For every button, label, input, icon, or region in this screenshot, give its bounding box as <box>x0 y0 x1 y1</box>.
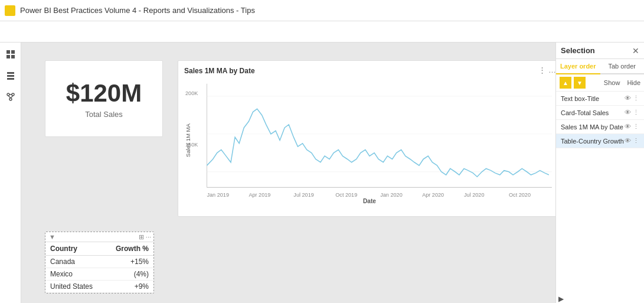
layer-name: Card-Total Sales <box>561 109 625 116</box>
layer-item-icons: 👁 ⋮ <box>625 137 639 145</box>
layer-visibility-icon[interactable]: 👁 <box>625 137 631 145</box>
svg-text:Oct 2019: Oct 2019 <box>335 192 357 198</box>
svg-line-11 <box>8 96 11 98</box>
svg-text:Jul 2020: Jul 2020 <box>464 192 484 198</box>
canvas-area: $120M Total Sales Sales 1M MA by Date ⋮ … <box>21 43 555 303</box>
table-row: Canada+15% <box>45 256 153 268</box>
card-total-sales: $120M Total Sales <box>45 60 163 137</box>
layer-name: Table-Country Growth <box>561 138 625 145</box>
line-chart-svg: 200K 150K Jan 2019 Apr 2019 Jul 2019 Oct… <box>184 77 555 203</box>
layer-name: Sales 1M MA by Date <box>561 123 625 131</box>
svg-rect-4 <box>7 72 14 74</box>
svg-rect-3 <box>11 55 15 58</box>
cursor-pointer-icon: ▶ <box>558 295 644 303</box>
col-header-country: Country <box>45 242 105 256</box>
powerbi-logo <box>5 5 15 16</box>
svg-line-12 <box>11 96 13 98</box>
chart-title: Sales 1M MA by Date <box>184 67 555 75</box>
svg-rect-1 <box>11 50 15 54</box>
svg-text:200K: 200K <box>185 90 198 96</box>
table-row: Mexico(4%) <box>45 268 153 281</box>
selection-controls: ▲ ▼ Show Hide <box>556 74 644 92</box>
icon-strip-report[interactable] <box>4 47 18 61</box>
selection-header: Selection ✕ <box>556 43 644 59</box>
svg-text:Jan 2019: Jan 2019 <box>207 192 228 198</box>
svg-point-8 <box>12 93 14 96</box>
layer-visibility-icon[interactable]: 👁 <box>625 109 631 116</box>
selection-panel: Selection ✕ Layer order Tab order ▲ ▼ Sh… <box>555 43 644 303</box>
move-up-button[interactable]: ▲ <box>560 77 571 89</box>
col-header-growth: Growth % <box>105 242 153 256</box>
page-title: Power BI Best Practices Volume 4 - Repor… <box>20 6 255 15</box>
toolbar <box>0 21 644 43</box>
icon-strip <box>0 43 21 303</box>
table-icon-filter[interactable]: ⊞ <box>139 233 144 241</box>
chart-icons: ⋮ … <box>538 66 555 74</box>
table-filter-icon: ▼ <box>49 233 55 240</box>
card-label: Total Sales <box>85 110 123 119</box>
svg-point-9 <box>9 98 12 100</box>
show-hide-labels: Show Hide <box>604 79 640 86</box>
layer-item-icons: 👁 ⋮ <box>625 109 639 116</box>
layer-list: Text box-Title 👁 ⋮ Card-Total Sales 👁 ⋮ … <box>556 92 644 292</box>
svg-text:Oct 2020: Oct 2020 <box>509 192 531 198</box>
layer-item[interactable]: Card-Total Sales 👁 ⋮ <box>556 106 644 120</box>
svg-text:Date: Date <box>363 198 376 203</box>
selection-close-button[interactable]: ✕ <box>632 47 639 55</box>
table-icon-more[interactable]: ··· <box>146 233 151 241</box>
svg-rect-2 <box>6 55 10 58</box>
tab-tab-order[interactable]: Tab order <box>600 59 645 74</box>
table-action-icons: ⊞ ··· <box>139 233 151 241</box>
table-header-row: ▼ ⊞ ··· <box>45 232 153 242</box>
chart-inner: 200K 150K Jan 2019 Apr 2019 Jul 2019 Oct… <box>184 77 555 203</box>
svg-rect-5 <box>7 75 14 77</box>
table-cell-growth: (4%) <box>105 268 153 281</box>
layer-visibility-icon[interactable]: 👁 <box>625 123 631 131</box>
layer-item[interactable]: Table-Country Growth 👁 ⋮ <box>556 134 644 148</box>
table-country-growth: ▼ ⊞ ··· Country Growth % Canada+15%Mexic… <box>45 232 154 294</box>
layer-more-icon[interactable]: ⋮ <box>633 137 639 145</box>
tab-layer-order[interactable]: Layer order <box>556 59 600 74</box>
hide-label: Hide <box>627 79 640 86</box>
svg-rect-0 <box>6 50 10 54</box>
icon-strip-data[interactable] <box>4 69 18 83</box>
selection-panel-title: Selection <box>561 46 595 55</box>
layer-item-icons: 👁 ⋮ <box>625 123 639 131</box>
svg-point-7 <box>7 93 9 96</box>
layer-item[interactable]: Sales 1M MA by Date 👁 ⋮ <box>556 120 644 134</box>
svg-text:Jan 2020: Jan 2020 <box>380 192 402 198</box>
svg-text:Jul 2019: Jul 2019 <box>293 192 313 198</box>
table-row: United States+9% <box>45 281 153 293</box>
show-label: Show <box>604 79 620 86</box>
layer-item-icons: 👁 ⋮ <box>625 95 639 102</box>
chart-icon-ellipsis[interactable]: ⋮ <box>538 66 546 74</box>
card-value: $120M <box>66 79 142 107</box>
country-growth-table: Country Growth % Canada+15%Mexico(4%)Uni… <box>45 242 153 293</box>
table-cell-country: United States <box>45 281 105 293</box>
layer-more-icon[interactable]: ⋮ <box>633 95 639 102</box>
layer-name: Text box-Title <box>561 95 625 102</box>
layer-more-icon[interactable]: ⋮ <box>633 123 639 131</box>
table-cell-country: Canada <box>45 256 105 268</box>
svg-text:Apr 2020: Apr 2020 <box>422 192 444 198</box>
title-bar: Power BI Best Practices Volume 4 - Repor… <box>0 0 644 21</box>
layer-more-icon[interactable]: ⋮ <box>633 109 639 116</box>
svg-text:Apr 2019: Apr 2019 <box>249 192 270 198</box>
chart-sales-ma: Sales 1M MA by Date ⋮ … 200K 150K Jan 20… <box>178 60 555 217</box>
table-cell-country: Mexico <box>45 268 105 281</box>
selection-tabs: Layer order Tab order <box>556 59 644 74</box>
svg-text:Sales 1M MA: Sales 1M MA <box>185 123 191 157</box>
main-area: $120M Total Sales Sales 1M MA by Date ⋮ … <box>0 43 644 303</box>
layer-visibility-icon[interactable]: 👁 <box>625 95 631 102</box>
svg-rect-6 <box>7 78 14 80</box>
chart-icon-more[interactable]: … <box>548 66 555 74</box>
icon-strip-model[interactable] <box>4 90 18 104</box>
layer-item[interactable]: Text box-Title 👁 ⋮ <box>556 92 644 106</box>
move-down-button[interactable]: ▼ <box>574 77 586 89</box>
table-cell-growth: +15% <box>105 256 153 268</box>
table-cell-growth: +9% <box>105 281 153 293</box>
